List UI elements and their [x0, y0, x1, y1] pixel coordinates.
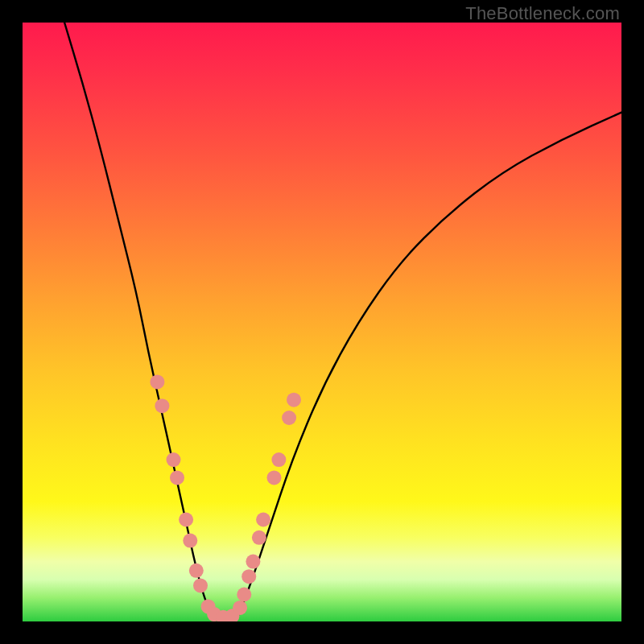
sample-dot: [233, 601, 247, 615]
sample-dot: [287, 393, 301, 407]
sample-dot: [246, 555, 260, 569]
watermark-text: TheBottleneck.com: [465, 3, 620, 24]
sample-dot: [271, 452, 286, 467]
chart-svg: [23, 23, 621, 621]
sample-dot: [252, 530, 266, 545]
plot-area: [23, 23, 621, 621]
sample-dot: [150, 374, 164, 389]
sample-dot: [267, 470, 282, 485]
sample-dot: [193, 578, 208, 592]
sample-dot: [167, 452, 181, 467]
sample-dot: [155, 398, 169, 413]
sample-dot: [242, 569, 256, 584]
sample-dot: [179, 513, 193, 527]
curve-layer: [64, 23, 621, 618]
sample-dot: [256, 513, 270, 527]
sample-dot: [170, 470, 184, 485]
chart-frame: TheBottleneck.com: [0, 0, 644, 644]
sample-dot: [282, 411, 296, 425]
bottleneck-curve: [64, 23, 621, 618]
sample-dot: [189, 564, 204, 578]
sample-dot: [183, 534, 197, 548]
sample-dot: [237, 588, 251, 602]
